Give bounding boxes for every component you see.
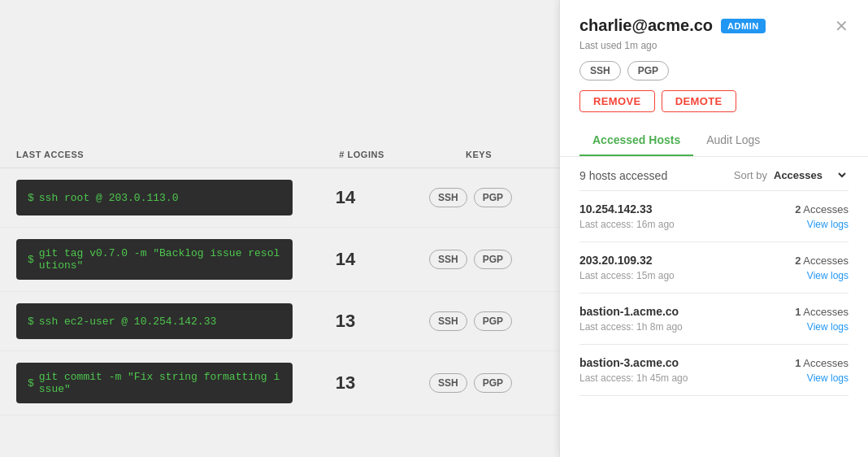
tabs-row: Accessed HostsAudit Logs <box>579 125 848 156</box>
host-row-bottom: Last access: 15m ago View logs <box>579 270 848 281</box>
login-count: 14 <box>293 187 398 208</box>
host-item: bastion-1.acme.co 1 Accesses Last access… <box>579 294 848 345</box>
key-badge: SSH <box>429 250 467 269</box>
dollar-sign: $ <box>28 377 34 390</box>
left-panel: LAST ACCESS # LOGINS KEYS $ ssh root @ 2… <box>0 0 559 457</box>
host-item: 10.254.142.33 2 Accesses Last access: 16… <box>579 191 848 242</box>
login-count: 14 <box>293 249 398 270</box>
last-access-text: Last access: 15m ago <box>579 270 675 281</box>
hosts-list: 10.254.142.33 2 Accesses Last access: 16… <box>579 191 848 396</box>
last-access-text: Last access: 16m ago <box>579 219 675 230</box>
tab-audit-logs[interactable]: Audit Logs <box>693 125 773 156</box>
dollar-sign: $ <box>28 254 34 266</box>
login-count: 13 <box>293 311 398 332</box>
host-item: bastion-3.acme.co 1 Accesses Last access… <box>579 345 848 396</box>
key-badge: PGP <box>474 311 512 331</box>
command-block: $ ssh ec2-user @ 10.254.142.33 <box>16 303 293 339</box>
host-name: bastion-3.acme.co <box>579 356 679 369</box>
dollar-sign: $ <box>28 192 34 204</box>
host-name: 203.20.109.32 <box>579 254 653 267</box>
view-logs-link[interactable]: View logs <box>807 321 848 333</box>
key-badge: SSH <box>429 188 467 207</box>
host-row-bottom: Last access: 16m ago View logs <box>579 219 848 230</box>
action-buttons: REMOVEDEMOTE <box>579 90 848 112</box>
command-text: git commit -m "Fix string formatting iss… <box>39 371 281 395</box>
view-logs-link[interactable]: View logs <box>807 270 848 281</box>
host-name: 10.254.142.33 <box>579 202 653 215</box>
key-badges: SSHPGP <box>398 188 543 207</box>
close-button[interactable]: ✕ <box>835 18 848 34</box>
command-text: ssh ec2-user @ 10.254.142.33 <box>39 316 216 328</box>
col-header-logins: # LOGINS <box>309 150 414 159</box>
col-header-last-access: LAST ACCESS <box>16 150 309 159</box>
user-email: charlie@acme.co <box>579 16 713 35</box>
command-text: ssh root @ 203.0.113.0 <box>39 192 179 204</box>
user-title-row: charlie@acme.co ADMIN ✕ <box>579 16 848 35</box>
table-rows: $ ssh root @ 203.0.113.0 14 SSHPGP $ git… <box>0 168 559 416</box>
last-access-text: Last access: 1h 45m ago <box>579 372 688 384</box>
host-row-top: 203.20.109.32 2 Accesses <box>579 254 848 267</box>
view-logs-link[interactable]: View logs <box>807 372 848 384</box>
auth-badge: PGP <box>627 61 669 81</box>
key-badge: SSH <box>429 311 467 331</box>
sort-select[interactable]: Accesses Name Last Access <box>770 168 848 182</box>
host-row-top: bastion-3.acme.co 1 Accesses <box>579 356 848 369</box>
auth-badges: SSHPGP <box>579 61 848 81</box>
key-badges: SSHPGP <box>398 311 543 331</box>
table-row: $ ssh ec2-user @ 10.254.142.33 13 SSHPGP <box>0 292 559 351</box>
key-badge: SSH <box>429 373 467 393</box>
host-row-top: bastion-1.acme.co 1 Accesses <box>579 305 848 318</box>
auth-badge: SSH <box>579 61 621 81</box>
command-block: $ git tag v0.7.0 -m "Backlog issue resol… <box>16 239 293 280</box>
access-count: 1 Accesses <box>795 357 848 369</box>
command-block: $ ssh root @ 203.0.113.0 <box>16 180 293 215</box>
last-access-text: Last access: 1h 8m ago <box>579 321 683 333</box>
remove-button[interactable]: REMOVE <box>579 90 655 112</box>
access-count: 1 Accesses <box>795 306 848 318</box>
key-badge: PGP <box>474 373 512 393</box>
access-count: 2 Accesses <box>795 255 848 267</box>
command-text: git tag v0.7.0 -m "Backlog issue resolut… <box>39 247 281 272</box>
access-count: 2 Accesses <box>795 203 848 215</box>
table-header: LAST ACCESS # LOGINS KEYS <box>0 141 559 168</box>
key-badge: PGP <box>474 188 512 207</box>
command-block: $ git commit -m "Fix string formatting i… <box>16 363 293 403</box>
col-header-keys: KEYS <box>414 150 543 159</box>
right-panel: charlie@acme.co ADMIN ✕ Last used 1m ago… <box>559 0 868 457</box>
table-row: $ git tag v0.7.0 -m "Backlog issue resol… <box>0 228 559 292</box>
sort-label: Sort by <box>734 169 767 181</box>
right-header: charlie@acme.co ADMIN ✕ Last used 1m ago… <box>560 0 868 157</box>
login-count: 13 <box>293 372 398 394</box>
hosts-count: 9 hosts accessed <box>579 169 667 182</box>
demote-button[interactable]: DEMOTE <box>662 90 736 112</box>
last-used-text: Last used 1m ago <box>579 40 848 51</box>
view-logs-link[interactable]: View logs <box>807 219 848 230</box>
table-row: $ ssh root @ 203.0.113.0 14 SSHPGP <box>0 168 559 228</box>
key-badges: SSHPGP <box>398 250 543 269</box>
hosts-content: 9 hosts accessed Sort by Accesses Name L… <box>560 157 868 457</box>
dollar-sign: $ <box>28 316 34 328</box>
host-item: 203.20.109.32 2 Accesses Last access: 15… <box>579 242 848 294</box>
key-badge: PGP <box>474 250 512 269</box>
host-row-bottom: Last access: 1h 8m ago View logs <box>579 321 848 333</box>
host-row-top: 10.254.142.33 2 Accesses <box>579 202 848 215</box>
tab-accessed-hosts[interactable]: Accessed Hosts <box>579 125 693 156</box>
sort-row: Sort by Accesses Name Last Access <box>734 168 848 182</box>
key-badges: SSHPGP <box>398 373 543 393</box>
admin-badge: ADMIN <box>721 19 766 33</box>
hosts-summary-row: 9 hosts accessed Sort by Accesses Name L… <box>579 157 848 191</box>
host-name: bastion-1.acme.co <box>579 305 679 318</box>
table-row: $ git commit -m "Fix string formatting i… <box>0 351 559 416</box>
host-row-bottom: Last access: 1h 45m ago View logs <box>579 372 848 384</box>
